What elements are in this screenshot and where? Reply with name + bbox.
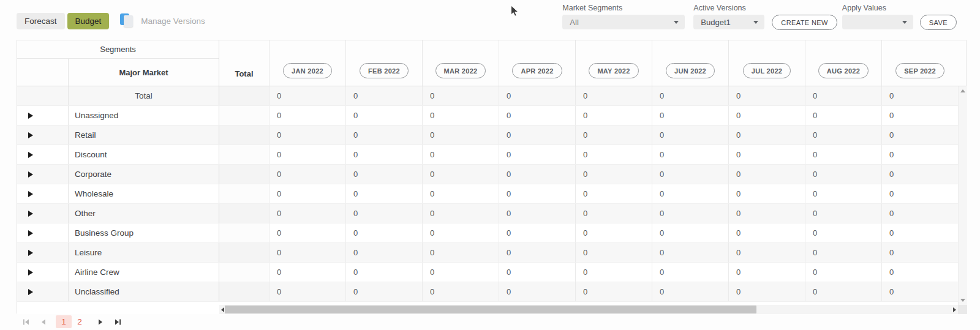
month-value-cell[interactable]: 0: [499, 263, 575, 282]
month-value-cell[interactable]: 0: [805, 243, 881, 262]
month-value-cell[interactable]: 0: [728, 86, 805, 105]
month-value-cell[interactable]: 0: [575, 145, 652, 164]
month-value-cell[interactable]: 0: [575, 184, 652, 203]
month-value-cell[interactable]: 0: [881, 106, 958, 125]
month-value-cell[interactable]: 0: [652, 223, 728, 242]
month-pill[interactable]: MAR 2022: [435, 63, 486, 78]
month-value-cell[interactable]: 0: [575, 126, 652, 144]
create-new-button[interactable]: CREATE NEW: [772, 15, 837, 30]
month-value-cell[interactable]: 0: [881, 263, 958, 282]
active-versions-select[interactable]: Budget1: [693, 15, 764, 29]
horizontal-scrollbar[interactable]: [219, 305, 958, 314]
month-value-cell[interactable]: 0: [499, 223, 575, 242]
month-value-cell[interactable]: 0: [499, 126, 575, 144]
month-value-cell[interactable]: 0: [881, 282, 958, 301]
month-value-cell[interactable]: 0: [269, 223, 345, 242]
month-value-cell[interactable]: 0: [805, 86, 881, 105]
month-value-cell[interactable]: 0: [345, 243, 422, 262]
month-value-cell[interactable]: 0: [345, 282, 422, 301]
last-page-button[interactable]: [113, 318, 122, 326]
month-value-cell[interactable]: 0: [422, 145, 499, 164]
month-value-cell[interactable]: 0: [881, 204, 958, 223]
month-value-cell[interactable]: 0: [499, 86, 575, 105]
row-total-cell[interactable]: [219, 223, 269, 242]
month-value-cell[interactable]: 0: [728, 243, 805, 262]
month-value-cell[interactable]: 0: [575, 106, 652, 125]
month-value-cell[interactable]: 0: [805, 126, 881, 144]
month-value-cell[interactable]: 0: [728, 223, 805, 242]
month-value-cell[interactable]: 0: [728, 263, 805, 282]
vertical-scrollbar[interactable]: [958, 86, 967, 305]
month-value-cell[interactable]: 0: [805, 184, 881, 203]
expand-button[interactable]: [17, 263, 69, 282]
month-value-cell[interactable]: 0: [345, 126, 422, 144]
month-value-cell[interactable]: 0: [269, 106, 345, 125]
month-value-cell[interactable]: 0: [269, 243, 345, 262]
month-value-cell[interactable]: 0: [575, 86, 652, 105]
month-value-cell[interactable]: 0: [575, 263, 652, 282]
month-value-cell[interactable]: 0: [422, 223, 499, 242]
month-value-cell[interactable]: 0: [499, 184, 575, 203]
row-total-cell[interactable]: [219, 86, 269, 105]
month-value-cell[interactable]: 0: [269, 204, 345, 223]
month-value-cell[interactable]: 0: [345, 165, 422, 184]
month-value-cell[interactable]: 0: [345, 184, 422, 203]
month-value-cell[interactable]: 0: [499, 204, 575, 223]
row-total-cell[interactable]: [219, 165, 269, 184]
month-value-cell[interactable]: 0: [575, 165, 652, 184]
row-total-cell[interactable]: [219, 282, 269, 301]
expand-button[interactable]: [17, 282, 69, 301]
month-value-cell[interactable]: 0: [805, 165, 881, 184]
row-total-cell[interactable]: [219, 204, 269, 223]
month-value-cell[interactable]: 0: [728, 184, 805, 203]
month-value-cell[interactable]: 0: [269, 263, 345, 282]
month-value-cell[interactable]: 0: [575, 223, 652, 242]
month-value-cell[interactable]: 0: [499, 282, 575, 301]
month-value-cell[interactable]: 0: [422, 86, 499, 105]
apply-values-select[interactable]: [842, 15, 913, 29]
month-value-cell[interactable]: 0: [881, 243, 958, 262]
expand-button[interactable]: [17, 126, 69, 144]
month-value-cell[interactable]: 0: [499, 106, 575, 125]
month-pill[interactable]: FEB 2022: [360, 63, 409, 78]
month-value-cell[interactable]: 0: [422, 282, 499, 301]
previous-page-button[interactable]: [39, 318, 47, 326]
expand-button[interactable]: [17, 243, 69, 262]
month-value-cell[interactable]: 0: [652, 184, 728, 203]
month-value-cell[interactable]: 0: [805, 263, 881, 282]
month-value-cell[interactable]: 0: [881, 145, 958, 164]
month-pill[interactable]: SEP 2022: [895, 63, 944, 78]
row-total-cell[interactable]: [219, 106, 269, 125]
month-value-cell[interactable]: 0: [345, 145, 422, 164]
horizontal-scrollbar-thumb[interactable]: [225, 306, 756, 313]
row-total-cell[interactable]: [219, 184, 269, 203]
scroll-up-icon[interactable]: [960, 89, 965, 92]
month-value-cell[interactable]: 0: [805, 106, 881, 125]
month-value-cell[interactable]: 0: [728, 165, 805, 184]
scroll-left-icon[interactable]: [221, 307, 224, 312]
next-page-button[interactable]: [96, 318, 105, 326]
save-button[interactable]: SAVE: [920, 15, 957, 30]
month-value-cell[interactable]: 0: [269, 126, 345, 144]
month-value-cell[interactable]: 0: [652, 263, 728, 282]
month-value-cell[interactable]: 0: [881, 184, 958, 203]
month-value-cell[interactable]: 0: [422, 165, 499, 184]
month-value-cell[interactable]: 0: [269, 282, 345, 301]
month-pill[interactable]: APR 2022: [512, 63, 562, 78]
month-value-cell[interactable]: 0: [652, 243, 728, 262]
page-2-button[interactable]: 2: [72, 315, 88, 328]
expand-button[interactable]: [17, 184, 69, 203]
month-value-cell[interactable]: 0: [422, 204, 499, 223]
expand-button[interactable]: [17, 223, 69, 242]
expand-button[interactable]: [17, 204, 69, 223]
month-pill[interactable]: JUN 2022: [666, 63, 715, 78]
month-value-cell[interactable]: 0: [728, 126, 805, 144]
month-value-cell[interactable]: 0: [269, 86, 345, 105]
month-value-cell[interactable]: 0: [805, 282, 881, 301]
budget-button[interactable]: Budget: [67, 13, 110, 29]
month-value-cell[interactable]: 0: [345, 223, 422, 242]
manage-versions[interactable]: Manage Versions: [120, 13, 205, 29]
month-value-cell[interactable]: 0: [728, 145, 805, 164]
month-value-cell[interactable]: 0: [422, 106, 499, 125]
month-pill[interactable]: JUL 2022: [743, 63, 791, 78]
